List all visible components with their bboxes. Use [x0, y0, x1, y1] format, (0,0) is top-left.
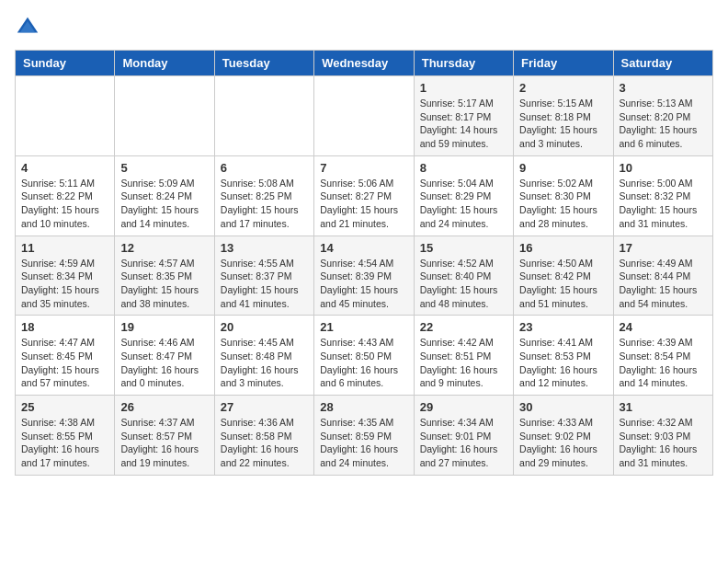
day-number: 5	[120, 161, 208, 175]
day-number: 20	[221, 320, 308, 334]
day-info: Sunrise: 4:33 AM Sunset: 9:02 PM Dayligh…	[519, 416, 607, 470]
day-info: Sunrise: 4:39 AM Sunset: 8:54 PM Dayligh…	[620, 336, 707, 390]
day-of-week-header: Sunday	[16, 51, 115, 76]
day-info: Sunrise: 5:04 AM Sunset: 8:29 PM Dayligh…	[420, 177, 507, 231]
day-info: Sunrise: 4:34 AM Sunset: 9:01 PM Dayligh…	[420, 416, 507, 470]
day-number: 28	[320, 400, 407, 414]
day-number: 11	[21, 241, 108, 255]
day-info: Sunrise: 5:02 AM Sunset: 8:30 PM Dayligh…	[519, 177, 607, 231]
day-number: 27	[221, 400, 308, 414]
day-number: 21	[320, 320, 407, 334]
day-info: Sunrise: 5:11 AM Sunset: 8:22 PM Dayligh…	[21, 177, 108, 231]
calendar-day-cell	[314, 76, 414, 156]
day-of-week-header: Saturday	[613, 51, 712, 76]
calendar-day-cell: 21Sunrise: 4:43 AM Sunset: 8:50 PM Dayli…	[314, 316, 414, 396]
calendar-day-cell: 17Sunrise: 4:49 AM Sunset: 8:44 PM Dayli…	[613, 236, 712, 316]
calendar-day-cell: 30Sunrise: 4:33 AM Sunset: 9:02 PM Dayli…	[514, 396, 613, 476]
calendar-day-cell: 3Sunrise: 5:13 AM Sunset: 8:20 PM Daylig…	[613, 76, 712, 156]
day-info: Sunrise: 4:41 AM Sunset: 8:53 PM Dayligh…	[519, 336, 607, 390]
day-number: 16	[519, 241, 607, 255]
logo	[15, 15, 44, 40]
calendar-day-cell	[214, 76, 313, 156]
day-number: 13	[221, 241, 308, 255]
day-number: 19	[120, 320, 208, 334]
calendar-day-cell: 11Sunrise: 4:59 AM Sunset: 8:34 PM Dayli…	[16, 236, 115, 316]
calendar-week-row: 1Sunrise: 5:17 AM Sunset: 8:17 PM Daylig…	[16, 76, 713, 156]
calendar-header-row: SundayMondayTuesdayWednesdayThursdayFrid…	[16, 51, 713, 76]
day-of-week-header: Friday	[514, 51, 613, 76]
day-info: Sunrise: 4:38 AM Sunset: 8:55 PM Dayligh…	[21, 416, 108, 470]
day-info: Sunrise: 4:50 AM Sunset: 8:42 PM Dayligh…	[519, 257, 607, 311]
calendar-day-cell: 6Sunrise: 5:08 AM Sunset: 8:25 PM Daylig…	[214, 155, 313, 236]
day-info: Sunrise: 5:15 AM Sunset: 8:18 PM Dayligh…	[519, 97, 607, 151]
calendar-day-cell: 16Sunrise: 4:50 AM Sunset: 8:42 PM Dayli…	[514, 236, 613, 316]
day-number: 7	[320, 161, 407, 175]
calendar-day-cell: 1Sunrise: 5:17 AM Sunset: 8:17 PM Daylig…	[414, 76, 513, 156]
day-number: 24	[620, 320, 707, 334]
day-info: Sunrise: 4:36 AM Sunset: 8:58 PM Dayligh…	[221, 416, 308, 470]
calendar-week-row: 4Sunrise: 5:11 AM Sunset: 8:22 PM Daylig…	[16, 155, 713, 236]
calendar-day-cell: 27Sunrise: 4:36 AM Sunset: 8:58 PM Dayli…	[214, 396, 313, 476]
day-number: 22	[420, 320, 507, 334]
calendar-day-cell: 5Sunrise: 5:09 AM Sunset: 8:24 PM Daylig…	[115, 155, 214, 236]
day-number: 6	[221, 161, 308, 175]
calendar-week-row: 11Sunrise: 4:59 AM Sunset: 8:34 PM Dayli…	[16, 236, 713, 316]
day-number: 3	[620, 81, 707, 95]
calendar-day-cell: 25Sunrise: 4:38 AM Sunset: 8:55 PM Dayli…	[16, 396, 115, 476]
day-number: 30	[519, 400, 607, 414]
calendar-day-cell: 15Sunrise: 4:52 AM Sunset: 8:40 PM Dayli…	[414, 236, 513, 316]
day-number: 4	[21, 161, 108, 175]
calendar-day-cell: 8Sunrise: 5:04 AM Sunset: 8:29 PM Daylig…	[414, 155, 513, 236]
day-info: Sunrise: 4:45 AM Sunset: 8:48 PM Dayligh…	[221, 336, 308, 390]
day-number: 8	[420, 161, 507, 175]
calendar-day-cell: 19Sunrise: 4:46 AM Sunset: 8:47 PM Dayli…	[115, 316, 214, 396]
day-number: 23	[519, 320, 607, 334]
day-of-week-header: Monday	[115, 51, 214, 76]
calendar-day-cell: 10Sunrise: 5:00 AM Sunset: 8:32 PM Dayli…	[613, 155, 712, 236]
day-info: Sunrise: 4:37 AM Sunset: 8:57 PM Dayligh…	[120, 416, 208, 470]
calendar-day-cell: 18Sunrise: 4:47 AM Sunset: 8:45 PM Dayli…	[16, 316, 115, 396]
day-number: 10	[620, 161, 707, 175]
day-of-week-header: Thursday	[414, 51, 513, 76]
day-info: Sunrise: 5:08 AM Sunset: 8:25 PM Dayligh…	[221, 177, 308, 231]
day-info: Sunrise: 4:46 AM Sunset: 8:47 PM Dayligh…	[120, 336, 208, 390]
day-info: Sunrise: 4:47 AM Sunset: 8:45 PM Dayligh…	[21, 336, 108, 390]
calendar-day-cell: 31Sunrise: 4:32 AM Sunset: 9:03 PM Dayli…	[613, 396, 712, 476]
calendar-day-cell: 29Sunrise: 4:34 AM Sunset: 9:01 PM Dayli…	[414, 396, 513, 476]
calendar-day-cell: 4Sunrise: 5:11 AM Sunset: 8:22 PM Daylig…	[16, 155, 115, 236]
day-number: 17	[620, 241, 707, 255]
day-info: Sunrise: 4:57 AM Sunset: 8:35 PM Dayligh…	[120, 257, 208, 311]
day-info: Sunrise: 5:00 AM Sunset: 8:32 PM Dayligh…	[620, 177, 707, 231]
day-number: 18	[21, 320, 108, 334]
calendar-week-row: 18Sunrise: 4:47 AM Sunset: 8:45 PM Dayli…	[16, 316, 713, 396]
logo-icon	[15, 15, 40, 40]
calendar-day-cell: 12Sunrise: 4:57 AM Sunset: 8:35 PM Dayli…	[115, 236, 214, 316]
day-info: Sunrise: 5:09 AM Sunset: 8:24 PM Dayligh…	[120, 177, 208, 231]
calendar-day-cell: 28Sunrise: 4:35 AM Sunset: 8:59 PM Dayli…	[314, 396, 414, 476]
calendar-day-cell: 24Sunrise: 4:39 AM Sunset: 8:54 PM Dayli…	[613, 316, 712, 396]
calendar-table: SundayMondayTuesdayWednesdayThursdayFrid…	[15, 50, 713, 476]
calendar-day-cell: 2Sunrise: 5:15 AM Sunset: 8:18 PM Daylig…	[514, 76, 613, 156]
calendar-day-cell: 22Sunrise: 4:42 AM Sunset: 8:51 PM Dayli…	[414, 316, 513, 396]
calendar-week-row: 25Sunrise: 4:38 AM Sunset: 8:55 PM Dayli…	[16, 396, 713, 476]
day-of-week-header: Tuesday	[214, 51, 313, 76]
day-number: 2	[519, 81, 607, 95]
day-number: 26	[120, 400, 208, 414]
calendar-day-cell: 26Sunrise: 4:37 AM Sunset: 8:57 PM Dayli…	[115, 396, 214, 476]
calendar-day-cell: 14Sunrise: 4:54 AM Sunset: 8:39 PM Dayli…	[314, 236, 414, 316]
day-number: 9	[519, 161, 607, 175]
calendar-day-cell: 9Sunrise: 5:02 AM Sunset: 8:30 PM Daylig…	[514, 155, 613, 236]
day-info: Sunrise: 5:06 AM Sunset: 8:27 PM Dayligh…	[320, 177, 407, 231]
day-info: Sunrise: 4:52 AM Sunset: 8:40 PM Dayligh…	[420, 257, 507, 311]
calendar-day-cell	[115, 76, 214, 156]
day-number: 12	[120, 241, 208, 255]
calendar-day-cell	[16, 76, 115, 156]
day-info: Sunrise: 4:59 AM Sunset: 8:34 PM Dayligh…	[21, 257, 108, 311]
day-info: Sunrise: 4:55 AM Sunset: 8:37 PM Dayligh…	[221, 257, 308, 311]
day-number: 31	[620, 400, 707, 414]
calendar-day-cell: 20Sunrise: 4:45 AM Sunset: 8:48 PM Dayli…	[214, 316, 313, 396]
day-info: Sunrise: 4:35 AM Sunset: 8:59 PM Dayligh…	[320, 416, 407, 470]
day-info: Sunrise: 4:54 AM Sunset: 8:39 PM Dayligh…	[320, 257, 407, 311]
day-info: Sunrise: 4:32 AM Sunset: 9:03 PM Dayligh…	[620, 416, 707, 470]
day-info: Sunrise: 4:42 AM Sunset: 8:51 PM Dayligh…	[420, 336, 507, 390]
